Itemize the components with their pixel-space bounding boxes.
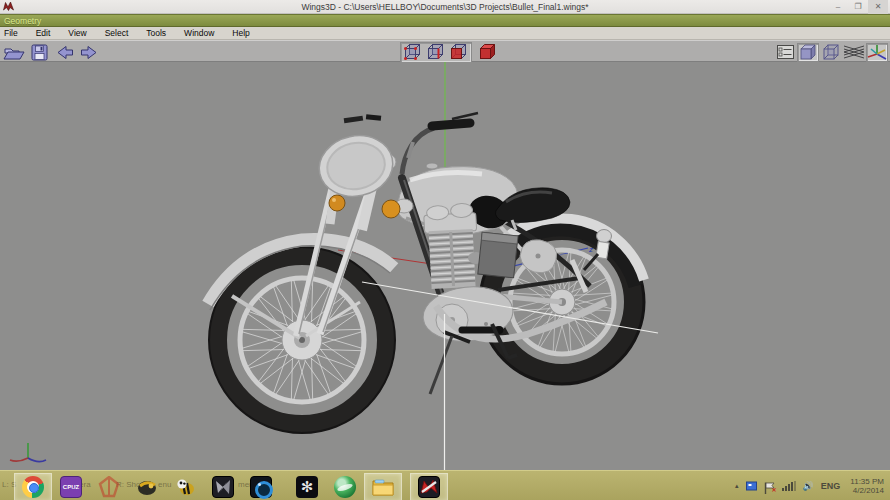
taskbar-dark-app-button[interactable] [204, 473, 242, 500]
toolbar [0, 40, 890, 62]
taskbar-hornet-button[interactable] [128, 473, 166, 500]
tray-date: 4/2/2014 [850, 486, 884, 496]
taskbar: L: S camera R: Sho enu menu CPUZ [0, 470, 890, 500]
hidden-icons-button[interactable]: ▴ [735, 482, 739, 490]
ground-plane-button[interactable] [843, 43, 865, 62]
tray-time: 11:35 PM [850, 477, 884, 487]
taskbar-bee-button[interactable] [166, 473, 204, 500]
window-titlebar: Wings3D - C:\Users\HELLBOY\Documents\3D … [0, 0, 890, 14]
wings3d-icon [418, 476, 440, 498]
cpuz-icon: CPUZ [60, 476, 82, 498]
body-mode-button[interactable] [477, 43, 499, 62]
redo-arrow-icon [80, 45, 99, 60]
menu-item-select[interactable]: Select [96, 27, 138, 40]
red-app-icon [98, 476, 120, 498]
file-explorer-icon [371, 477, 395, 497]
body-cube-icon [479, 43, 497, 61]
bee-icon [174, 476, 196, 498]
viewport-canvas: x z [0, 62, 890, 470]
taskbar-wings3d-button[interactable] [410, 473, 448, 500]
taskbar-chrome-button[interactable] [14, 473, 52, 500]
taskbar-lens-app-button[interactable] [242, 473, 280, 500]
undo-button[interactable] [53, 43, 75, 62]
geometry-window-header: Geometry [0, 14, 890, 27]
dark-blades-icon [212, 476, 234, 498]
taskbar-explorer-button[interactable] [364, 473, 402, 500]
restore-button[interactable]: ❐ [848, 0, 868, 14]
geometry-window-title: Geometry [0, 15, 890, 27]
edge-cube-icon [427, 43, 445, 61]
taskbar-globe-button[interactable] [326, 473, 364, 500]
taskbar-fan-button[interactable]: ✻ [288, 473, 326, 500]
speaker-icon[interactable]: 🔊 [803, 481, 814, 491]
shaded-cube-icon [799, 43, 817, 61]
taskbar-red-app-button[interactable] [90, 473, 128, 500]
face-mode-button[interactable] [448, 43, 470, 62]
save-floppy-icon [31, 44, 48, 61]
geometry-graph-button[interactable] [774, 43, 796, 62]
ground-grid-icon [844, 45, 864, 59]
open-button[interactable] [3, 43, 25, 62]
wireframe-button[interactable] [820, 43, 842, 62]
language-indicator[interactable]: ENG [821, 481, 841, 491]
geometry-viewport[interactable]: x z [0, 62, 890, 470]
edge-mode-button[interactable] [425, 43, 447, 62]
menu-item-view[interactable]: View [59, 27, 95, 40]
axes-icon [867, 43, 887, 61]
redo-button[interactable] [78, 43, 100, 62]
smooth-shaded-button[interactable] [797, 43, 819, 62]
close-button[interactable]: ✕ [868, 0, 888, 14]
panel-list-icon [777, 45, 794, 59]
menu-item-window[interactable]: Window [175, 27, 223, 40]
undo-arrow-icon [55, 45, 74, 60]
window-title: Wings3D - C:\Users\HELLBOY\Documents\3D … [0, 0, 890, 14]
mini-axis-gizmo [10, 443, 46, 462]
tray-app-icon[interactable] [746, 481, 757, 492]
menubar: File Edit View Select Tools Window Help [0, 27, 890, 40]
hornet-icon [136, 476, 158, 498]
desktop: Wings3D - C:\Users\HELLBOY\Documents\3D … [0, 0, 890, 500]
menu-item-tools[interactable]: Tools [137, 27, 175, 40]
camera-lens-icon [250, 476, 272, 498]
vertex-cube-icon [404, 43, 422, 61]
taskbar-cpuz-button[interactable]: CPUZ [52, 473, 90, 500]
action-center-flag-icon[interactable]: ✕ [764, 480, 775, 492]
minimize-button[interactable]: – [828, 0, 848, 14]
motorcycle-model [208, 113, 644, 433]
system-tray: ▴ ✕ 🔊 ENG 11:35 PM 4/2/2014 [735, 471, 886, 500]
vertex-mode-button[interactable] [402, 43, 424, 62]
green-globe-icon [334, 476, 356, 498]
open-folder-icon [3, 44, 25, 61]
show-axes-button[interactable] [866, 43, 888, 62]
menu-item-edit[interactable]: Edit [27, 27, 60, 40]
fan-icon: ✻ [296, 476, 318, 498]
tray-clock[interactable]: 11:35 PM 4/2/2014 [850, 477, 884, 496]
chrome-icon [22, 476, 44, 498]
wireframe-cube-icon [822, 43, 840, 61]
menu-item-file[interactable]: File [0, 27, 27, 40]
selection-mode-group [400, 42, 472, 63]
network-signal-icon[interactable] [782, 481, 796, 491]
face-cube-icon [450, 43, 468, 61]
save-button[interactable] [28, 43, 50, 62]
menu-item-help[interactable]: Help [223, 27, 258, 40]
